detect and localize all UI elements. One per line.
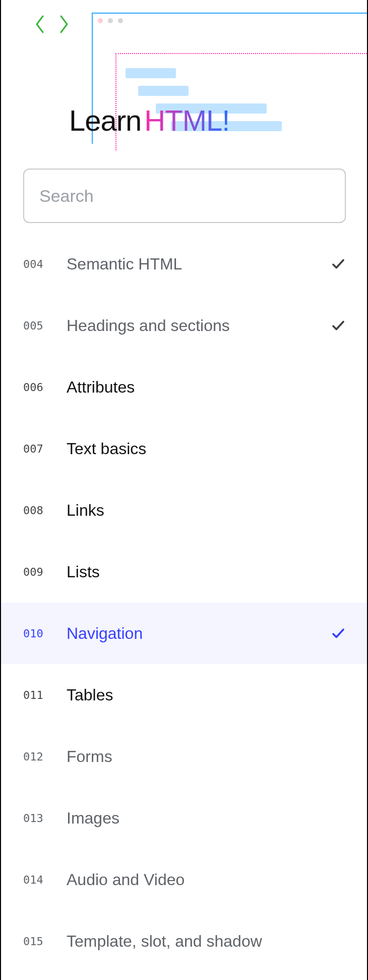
lesson-number: 005	[23, 319, 67, 332]
lesson-row[interactable]: 014Audio and Video	[1, 849, 368, 910]
lesson-number: 012	[23, 750, 67, 763]
sidebar-panel: LearnHTML! 004Semantic HTML005Headings a…	[0, 0, 368, 980]
lesson-row[interactable]: 012Forms	[1, 726, 368, 787]
lesson-label: Attributes	[67, 378, 331, 397]
lesson-row[interactable]: 013Images	[1, 787, 368, 849]
search-wrap	[1, 151, 368, 233]
lesson-number: 010	[23, 627, 67, 640]
lesson-label: Images	[67, 809, 331, 828]
lesson-row[interactable]: 004Semantic HTML	[1, 233, 368, 295]
lesson-label: Links	[67, 501, 331, 520]
search-input[interactable]	[23, 169, 346, 223]
next-arrow[interactable]	[56, 14, 72, 34]
course-hero: LearnHTML!	[1, 0, 368, 151]
lesson-row[interactable]: 015Template, slot, and shadow	[1, 910, 368, 972]
course-title: LearnHTML!	[69, 103, 229, 137]
lesson-number: 004	[23, 258, 67, 270]
lesson-label: Text basics	[67, 440, 331, 458]
lesson-row[interactable]: 008Links	[1, 479, 368, 541]
lesson-row[interactable]: 010Navigation	[1, 603, 368, 664]
lesson-row[interactable]: 011Tables	[1, 664, 368, 726]
lesson-number: 006	[23, 381, 67, 394]
lesson-row[interactable]: 009Lists	[1, 541, 368, 603]
title-learn: Learn	[69, 104, 141, 137]
lesson-row[interactable]: 005Headings and sections	[1, 295, 368, 356]
lesson-row[interactable]: 007Text basics	[1, 418, 368, 479]
check-icon	[331, 256, 346, 271]
lesson-number: 008	[23, 504, 67, 517]
lesson-label: Headings and sections	[67, 316, 331, 335]
lesson-number: 013	[23, 812, 67, 825]
lesson-number: 015	[23, 935, 67, 948]
check-icon	[331, 626, 346, 641]
prev-arrow[interactable]	[32, 14, 47, 34]
lesson-number: 011	[23, 689, 67, 701]
lesson-number: 014	[23, 874, 67, 886]
lesson-label: Tables	[67, 686, 331, 704]
lesson-label: Semantic HTML	[67, 255, 331, 274]
lesson-label: Audio and Video	[67, 870, 331, 889]
lesson-list: 004Semantic HTML005Headings and sections…	[1, 233, 368, 980]
check-icon	[331, 318, 346, 333]
lesson-label: Navigation	[67, 624, 331, 643]
lesson-row[interactable]: 006Attributes	[1, 356, 368, 418]
lesson-label: Template, slot, and shadow	[67, 932, 331, 951]
lesson-label: Lists	[67, 563, 331, 581]
lesson-number: 009	[23, 566, 67, 578]
lesson-row[interactable]: 016HTML APIs	[1, 972, 368, 980]
nav-arrows	[32, 14, 72, 34]
lesson-label: Forms	[67, 747, 331, 766]
title-html: HTML!	[144, 104, 229, 137]
lesson-number: 007	[23, 443, 67, 455]
